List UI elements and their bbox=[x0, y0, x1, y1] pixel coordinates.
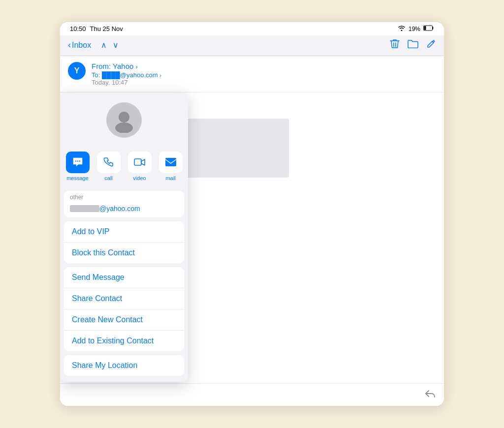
battery-level: 19% bbox=[409, 26, 420, 32]
svg-point-3 bbox=[115, 122, 133, 133]
video-action-label: video bbox=[133, 175, 146, 181]
email-masked-part bbox=[70, 205, 99, 212]
battery-icon bbox=[423, 25, 434, 32]
vip-block-section: Add to VIP Block this Contact bbox=[64, 221, 184, 263]
back-button[interactable]: ‹ Inbox bbox=[68, 40, 91, 50]
create-new-contact-button[interactable]: Create New Contact bbox=[64, 309, 184, 331]
svg-point-6 bbox=[79, 160, 80, 161]
email-meta: From: Yahoo › To: ████@yahoo.com › Today… bbox=[92, 62, 436, 86]
contact-avatar bbox=[106, 102, 142, 138]
email-to: To: ████@yahoo.com › bbox=[92, 71, 436, 79]
contact-info-section: other @yahoo.com bbox=[64, 191, 184, 217]
reply-button[interactable] bbox=[424, 389, 436, 401]
location-section: Share My Location bbox=[64, 355, 184, 376]
block-contact-button[interactable]: Block this Contact bbox=[64, 243, 184, 263]
device-frame: 10:50 Thu 25 Nov 19% bbox=[60, 22, 444, 406]
trash-button[interactable] bbox=[390, 38, 400, 52]
share-contact-button[interactable]: Share Contact bbox=[64, 288, 184, 309]
contact-actions-section: Send Message Share Contact Create New Co… bbox=[64, 267, 184, 351]
call-action-button[interactable]: call bbox=[95, 152, 122, 181]
svg-rect-7 bbox=[134, 159, 141, 165]
mail-action-label: mail bbox=[165, 175, 175, 181]
status-time: 10:50 bbox=[70, 25, 86, 32]
compose-button[interactable] bbox=[426, 39, 436, 51]
contact-email-row: @yahoo.com bbox=[64, 202, 184, 217]
svg-point-2 bbox=[119, 112, 129, 122]
email-from: From: Yahoo › bbox=[92, 62, 436, 70]
message-action-icon bbox=[66, 152, 90, 173]
svg-rect-8 bbox=[165, 158, 176, 166]
add-existing-contact-button[interactable]: Add to Existing Contact bbox=[64, 331, 184, 351]
email-domain: @yahoo.com bbox=[99, 205, 140, 213]
svg-point-5 bbox=[77, 160, 78, 161]
mail-action-button[interactable]: mail bbox=[157, 152, 184, 181]
call-action-icon bbox=[97, 152, 121, 173]
email-container: Y From: Yahoo › To: ████@yahoo.com › Tod… bbox=[60, 56, 444, 406]
back-label: Inbox bbox=[72, 41, 91, 50]
video-action-button[interactable]: video bbox=[126, 152, 153, 181]
contact-email: @yahoo.com bbox=[70, 205, 178, 213]
contact-popup: message call bbox=[60, 92, 188, 382]
svg-point-4 bbox=[75, 160, 76, 161]
sender-avatar: Y bbox=[68, 62, 86, 80]
nav-up-button[interactable]: ∧ bbox=[99, 39, 109, 51]
message-action-button[interactable]: message bbox=[64, 152, 91, 181]
share-location-button[interactable]: Share My Location bbox=[64, 355, 184, 376]
svg-rect-1 bbox=[424, 26, 426, 30]
contact-section-label: other bbox=[64, 191, 184, 202]
status-bar: 10:50 Thu 25 Nov 19% bbox=[60, 22, 444, 35]
video-action-icon bbox=[128, 152, 152, 173]
nav-down-button[interactable]: ∨ bbox=[111, 39, 121, 51]
nav-bar: ‹ Inbox ∧ ∨ bbox=[60, 35, 444, 56]
message-action-label: message bbox=[66, 175, 89, 181]
status-date: Thu 25 Nov bbox=[90, 25, 123, 32]
email-date: Today, 10:47 bbox=[92, 79, 436, 86]
back-chevron-icon: ‹ bbox=[68, 40, 71, 50]
email-header: Y From: Yahoo › To: ████@yahoo.com › Tod… bbox=[60, 56, 444, 92]
wifi-icon bbox=[398, 25, 406, 32]
folder-button[interactable] bbox=[408, 39, 418, 51]
popup-header bbox=[60, 92, 188, 146]
send-message-button[interactable]: Send Message bbox=[64, 267, 184, 288]
email-body: was just used to stop sharing, and be an… bbox=[60, 92, 444, 383]
call-action-label: call bbox=[104, 175, 113, 181]
add-vip-button[interactable]: Add to VIP bbox=[64, 221, 184, 243]
action-buttons-row: message call bbox=[60, 146, 188, 187]
mail-action-icon bbox=[159, 152, 183, 173]
reply-bar bbox=[60, 383, 444, 406]
